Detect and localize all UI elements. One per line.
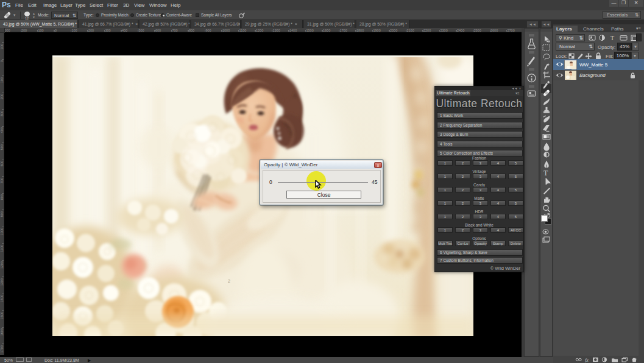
svg-text:2: 2 bbox=[228, 279, 230, 283]
svg-text:T: T bbox=[543, 169, 548, 177]
svg-text:T: T bbox=[610, 35, 614, 41]
svg-text:fx: fx bbox=[585, 358, 589, 363]
